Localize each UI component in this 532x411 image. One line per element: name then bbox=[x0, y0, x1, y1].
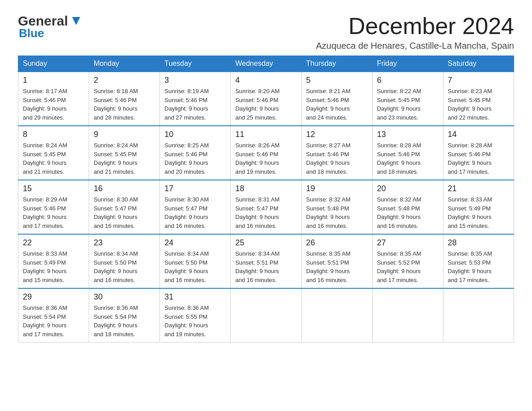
day-cell: 22 Sunrise: 8:33 AM Sunset: 5:49 PM Dayl… bbox=[18, 234, 89, 288]
day-cell bbox=[231, 288, 301, 342]
day-number: 27 bbox=[377, 238, 438, 248]
day-cell: 2 Sunrise: 8:18 AM Sunset: 5:46 PM Dayli… bbox=[89, 72, 160, 126]
day-number: 16 bbox=[94, 184, 155, 193]
day-number: 28 bbox=[448, 238, 509, 248]
day-info: Sunrise: 8:35 AM Sunset: 5:51 PM Dayligh… bbox=[306, 249, 368, 284]
day-cell: 28 Sunrise: 8:35 AM Sunset: 5:53 PM Dayl… bbox=[443, 234, 514, 288]
day-cell: 15 Sunrise: 8:29 AM Sunset: 5:46 PM Dayl… bbox=[18, 180, 89, 234]
day-info: Sunrise: 8:36 AM Sunset: 5:54 PM Dayligh… bbox=[94, 304, 155, 338]
day-number: 20 bbox=[377, 184, 438, 193]
col-friday: Friday bbox=[372, 56, 443, 72]
day-info: Sunrise: 8:28 AM Sunset: 5:46 PM Dayligh… bbox=[448, 141, 509, 176]
day-info: Sunrise: 8:24 AM Sunset: 5:45 PM Dayligh… bbox=[94, 141, 155, 176]
day-number: 31 bbox=[164, 292, 226, 302]
day-number: 18 bbox=[235, 184, 296, 193]
week-row-3: 15 Sunrise: 8:29 AM Sunset: 5:46 PM Dayl… bbox=[18, 180, 514, 234]
day-number: 21 bbox=[448, 184, 509, 193]
col-wednesday: Wednesday bbox=[231, 56, 301, 72]
day-info: Sunrise: 8:18 AM Sunset: 5:46 PM Dayligh… bbox=[94, 87, 155, 122]
day-cell: 7 Sunrise: 8:23 AM Sunset: 5:45 PM Dayli… bbox=[443, 72, 514, 126]
location-title: Azuqueca de Henares, Castille-La Mancha,… bbox=[316, 41, 514, 51]
day-info: Sunrise: 8:29 AM Sunset: 5:46 PM Dayligh… bbox=[23, 195, 84, 230]
day-info: Sunrise: 8:36 AM Sunset: 5:54 PM Dayligh… bbox=[23, 304, 84, 338]
day-number: 24 bbox=[164, 238, 226, 248]
col-saturday: Saturday bbox=[443, 56, 514, 72]
calendar-table: Sunday Monday Tuesday Wednesday Thursday… bbox=[18, 56, 514, 342]
col-monday: Monday bbox=[89, 56, 160, 72]
day-number: 30 bbox=[94, 292, 155, 302]
day-info: Sunrise: 8:36 AM Sunset: 5:55 PM Dayligh… bbox=[164, 304, 226, 338]
day-number: 26 bbox=[306, 238, 368, 248]
day-number: 1 bbox=[23, 76, 84, 85]
day-number: 14 bbox=[448, 130, 509, 139]
day-cell bbox=[443, 288, 514, 342]
day-cell: 21 Sunrise: 8:33 AM Sunset: 5:49 PM Dayl… bbox=[443, 180, 514, 234]
day-number: 4 bbox=[235, 76, 296, 85]
day-info: Sunrise: 8:30 AM Sunset: 5:47 PM Dayligh… bbox=[94, 195, 155, 230]
day-info: Sunrise: 8:21 AM Sunset: 5:46 PM Dayligh… bbox=[306, 87, 368, 122]
day-cell: 31 Sunrise: 8:36 AM Sunset: 5:55 PM Dayl… bbox=[160, 288, 231, 342]
day-info: Sunrise: 8:35 AM Sunset: 5:53 PM Dayligh… bbox=[448, 249, 509, 284]
week-row-1: 1 Sunrise: 8:17 AM Sunset: 5:46 PM Dayli… bbox=[18, 72, 514, 126]
col-tuesday: Tuesday bbox=[160, 56, 231, 72]
logo-triangle-icon bbox=[72, 17, 80, 25]
day-info: Sunrise: 8:20 AM Sunset: 5:46 PM Dayligh… bbox=[235, 87, 296, 122]
col-thursday: Thursday bbox=[301, 56, 372, 72]
week-row-2: 8 Sunrise: 8:24 AM Sunset: 5:45 PM Dayli… bbox=[18, 126, 514, 180]
week-row-4: 22 Sunrise: 8:33 AM Sunset: 5:49 PM Dayl… bbox=[18, 234, 514, 288]
day-cell: 23 Sunrise: 8:34 AM Sunset: 5:50 PM Dayl… bbox=[89, 234, 160, 288]
day-cell: 26 Sunrise: 8:35 AM Sunset: 5:51 PM Dayl… bbox=[301, 234, 372, 288]
day-number: 11 bbox=[235, 130, 296, 139]
day-number: 5 bbox=[306, 76, 368, 85]
logo-blue-text: Blue bbox=[18, 26, 80, 40]
day-number: 17 bbox=[164, 184, 226, 193]
day-number: 12 bbox=[306, 130, 368, 139]
calendar-header-row: Sunday Monday Tuesday Wednesday Thursday… bbox=[18, 56, 514, 72]
day-info: Sunrise: 8:34 AM Sunset: 5:51 PM Dayligh… bbox=[235, 249, 296, 284]
day-cell: 6 Sunrise: 8:22 AM Sunset: 5:45 PM Dayli… bbox=[372, 72, 443, 126]
day-info: Sunrise: 8:27 AM Sunset: 5:46 PM Dayligh… bbox=[306, 141, 368, 176]
day-number: 15 bbox=[23, 184, 84, 193]
week-row-5: 29 Sunrise: 8:36 AM Sunset: 5:54 PM Dayl… bbox=[18, 288, 514, 342]
day-cell: 9 Sunrise: 8:24 AM Sunset: 5:45 PM Dayli… bbox=[89, 126, 160, 180]
day-info: Sunrise: 8:33 AM Sunset: 5:49 PM Dayligh… bbox=[448, 195, 509, 230]
day-number: 9 bbox=[94, 130, 155, 139]
day-number: 3 bbox=[164, 76, 226, 85]
logo: General Blue bbox=[18, 13, 80, 40]
day-cell: 19 Sunrise: 8:32 AM Sunset: 5:48 PM Dayl… bbox=[301, 180, 372, 234]
day-number: 13 bbox=[377, 130, 438, 139]
day-cell: 3 Sunrise: 8:19 AM Sunset: 5:46 PM Dayli… bbox=[160, 72, 231, 126]
day-info: Sunrise: 8:30 AM Sunset: 5:47 PM Dayligh… bbox=[164, 195, 226, 230]
day-number: 23 bbox=[94, 238, 155, 248]
day-info: Sunrise: 8:19 AM Sunset: 5:46 PM Dayligh… bbox=[164, 87, 226, 122]
day-number: 7 bbox=[448, 76, 509, 85]
day-cell: 25 Sunrise: 8:34 AM Sunset: 5:51 PM Dayl… bbox=[231, 234, 301, 288]
day-cell: 10 Sunrise: 8:25 AM Sunset: 5:46 PM Dayl… bbox=[160, 126, 231, 180]
day-info: Sunrise: 8:28 AM Sunset: 5:46 PM Dayligh… bbox=[377, 141, 438, 176]
day-number: 6 bbox=[377, 76, 438, 85]
day-cell bbox=[372, 288, 443, 342]
day-info: Sunrise: 8:31 AM Sunset: 5:47 PM Dayligh… bbox=[235, 195, 296, 230]
day-cell: 8 Sunrise: 8:24 AM Sunset: 5:45 PM Dayli… bbox=[18, 126, 89, 180]
svg-marker-0 bbox=[72, 17, 80, 25]
day-number: 29 bbox=[23, 292, 84, 302]
day-info: Sunrise: 8:25 AM Sunset: 5:46 PM Dayligh… bbox=[164, 141, 226, 176]
day-number: 25 bbox=[235, 238, 296, 248]
day-cell bbox=[301, 288, 372, 342]
day-cell: 11 Sunrise: 8:26 AM Sunset: 5:46 PM Dayl… bbox=[231, 126, 301, 180]
day-info: Sunrise: 8:34 AM Sunset: 5:50 PM Dayligh… bbox=[94, 249, 155, 284]
day-cell: 4 Sunrise: 8:20 AM Sunset: 5:46 PM Dayli… bbox=[231, 72, 301, 126]
day-cell: 29 Sunrise: 8:36 AM Sunset: 5:54 PM Dayl… bbox=[18, 288, 89, 342]
day-cell: 27 Sunrise: 8:35 AM Sunset: 5:52 PM Dayl… bbox=[372, 234, 443, 288]
day-cell: 1 Sunrise: 8:17 AM Sunset: 5:46 PM Dayli… bbox=[18, 72, 89, 126]
day-info: Sunrise: 8:17 AM Sunset: 5:46 PM Dayligh… bbox=[23, 87, 84, 122]
page-header: General Blue December 2024 Azuqueca de H… bbox=[18, 13, 514, 51]
day-info: Sunrise: 8:22 AM Sunset: 5:45 PM Dayligh… bbox=[377, 87, 438, 122]
day-info: Sunrise: 8:32 AM Sunset: 5:48 PM Dayligh… bbox=[377, 195, 438, 230]
day-number: 22 bbox=[23, 238, 84, 248]
day-cell: 24 Sunrise: 8:34 AM Sunset: 5:50 PM Dayl… bbox=[160, 234, 231, 288]
day-cell: 17 Sunrise: 8:30 AM Sunset: 5:47 PM Dayl… bbox=[160, 180, 231, 234]
day-info: Sunrise: 8:32 AM Sunset: 5:48 PM Dayligh… bbox=[306, 195, 368, 230]
day-info: Sunrise: 8:26 AM Sunset: 5:46 PM Dayligh… bbox=[235, 141, 296, 176]
day-cell: 20 Sunrise: 8:32 AM Sunset: 5:48 PM Dayl… bbox=[372, 180, 443, 234]
